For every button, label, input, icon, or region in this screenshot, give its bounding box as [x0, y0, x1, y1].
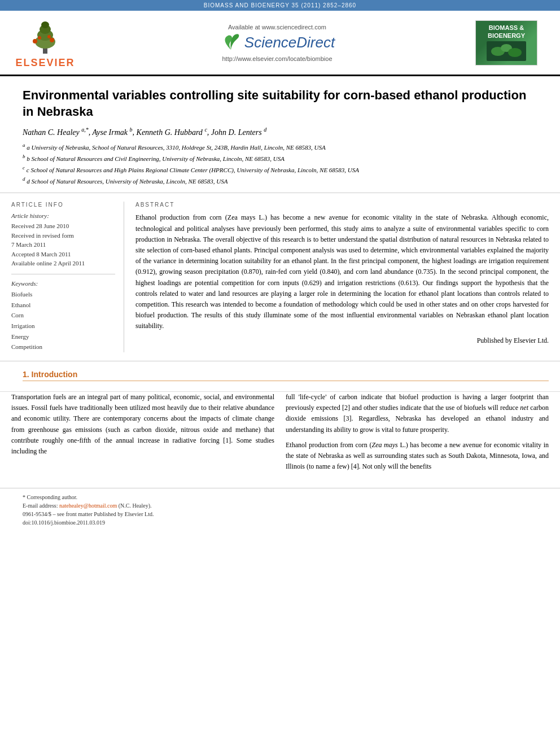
aff-sup-a: a	[23, 142, 25, 148]
email-address: natehealey@hotmail.com	[59, 503, 117, 509]
svg-point-12	[508, 48, 522, 57]
affiliation-b: b b School of Natural Resources and Civi…	[23, 153, 537, 163]
elsevier-wordmark: ELSEVIER	[15, 57, 75, 69]
author-sep1: , Ayse Irmak	[89, 128, 130, 137]
svg-point-7	[50, 38, 54, 42]
email-label: E-mail address:	[23, 503, 58, 509]
keyword-biofuels: Biofuels	[11, 289, 115, 300]
introduction-heading-section: 1. Introduction	[0, 361, 560, 392]
received-date: Received 28 June 2010	[11, 221, 115, 231]
authors-line: Nathan C. Healey a,*, Ayse Irmak b, Kenn…	[23, 126, 537, 137]
article-history-label: Article history:	[11, 212, 115, 219]
elsevier-logo-area: ELSEVIER	[11, 16, 79, 69]
corresponding-author-note: * Corresponding author.	[23, 493, 537, 501]
aff-text-b: b School of Natural Resources and Civil …	[27, 155, 285, 162]
author-sep2: , Kenneth G. Hubbard	[133, 128, 205, 137]
author-sup-a: a,*	[81, 126, 89, 133]
svg-point-6	[38, 36, 41, 40]
svg-point-5	[33, 39, 37, 43]
affiliation-c: c c School of Natural Resources and High…	[23, 164, 537, 174]
elsevier-logo: ELSEVIER	[11, 16, 79, 69]
aff-text-a: a University of Nebraska, School of Natu…	[27, 144, 326, 151]
doi-note: doi:10.1016/j.biombioe.2011.03.019	[23, 518, 537, 527]
journal-url: http://www.elsevier.com/locate/biombioe	[85, 55, 470, 62]
intro-right-text-2: Ethanol production from corn (Zea mays L…	[286, 440, 549, 473]
section-number: 1.	[23, 370, 29, 379]
accepted-date: Accepted 8 March 2011	[11, 250, 115, 259]
journal-cover-title: BIOMASS &BIOENERGY	[488, 24, 525, 39]
keyword-energy: Energy	[11, 331, 115, 342]
article-title-section: Environmental variables controlling site…	[0, 76, 560, 193]
article-info-abstract-section: ARTICLE INFO Article history: Received 2…	[0, 193, 560, 361]
email-note: E-mail address: natehealey@hotmail.com (…	[23, 501, 537, 510]
keyword-competition: Competition	[11, 342, 115, 352]
journal-cover-area: BIOMASS &BIOENERGY	[475, 20, 549, 65]
svg-point-4	[41, 21, 49, 28]
available-date: Available online 2 April 2011	[11, 259, 115, 268]
corresponding-label: * Corresponding author.	[23, 494, 77, 500]
section-title-text: Introduction	[32, 370, 78, 379]
issn-note: 0961-9534/$ – see front matter Published…	[23, 510, 537, 518]
journal-header-bar: BIOMASS AND BIOENERGY 35 (2011) 2852–286…	[0, 0, 560, 11]
keyword-corn: Corn	[11, 310, 115, 321]
revised-date: Received in revised form7 March 2011	[11, 231, 115, 250]
journal-citation: BIOMASS AND BIOENERGY 35 (2011) 2852–286…	[204, 2, 356, 8]
author-sep3: , John D. Lenters	[207, 128, 264, 137]
published-by: Published by Elsevier Ltd.	[135, 337, 549, 345]
keyword-irrigation: Irrigation	[11, 321, 115, 331]
author-sup-d: d	[264, 126, 266, 133]
abstract-text: Ethanol production from corn (Zea mays L…	[135, 212, 549, 331]
availability-text: Available at www.sciencedirect.com	[85, 24, 470, 30]
sciencedirect-logo: ScienceDirect	[85, 33, 470, 53]
article-title: Environmental variables controlling site…	[23, 88, 537, 120]
intro-right-text-1: full 'life-cycle' of carbon indicate tha…	[286, 392, 549, 435]
intro-left-text: Transportation fuels are an integral par…	[11, 392, 274, 457]
abstract-column: ABSTRACT Ethanol production from corn (Z…	[135, 202, 549, 352]
aff-sup-c: c	[23, 165, 25, 171]
journal-cover-image: BIOMASS &BIOENERGY	[475, 20, 537, 65]
sciencedirect-leaf-icon	[220, 33, 242, 53]
sciencedirect-branding: Available at www.sciencedirect.com Scien…	[85, 24, 470, 62]
email-suffix: (N.C. Healey).	[119, 503, 152, 509]
journal-cover-graphic	[487, 41, 526, 61]
article-info-label: ARTICLE INFO	[11, 202, 115, 208]
article-info-column: ARTICLE INFO Article history: Received 2…	[11, 202, 124, 352]
keyword-ethanol: Ethanol	[11, 300, 115, 311]
sciencedirect-text: ScienceDirect	[244, 34, 335, 51]
intro-left-column: Transportation fuels are an integral par…	[11, 392, 274, 477]
intro-section-title: 1. Introduction	[23, 370, 549, 381]
page-header: ELSEVIER Available at www.sciencedirect.…	[0, 11, 560, 76]
affiliation-a: a a University of Nebraska, School of Na…	[23, 142, 537, 152]
aff-sup-d: d	[23, 176, 25, 182]
affiliations: a a University of Nebraska, School of Na…	[23, 142, 537, 186]
divider	[11, 274, 115, 274]
keywords-label: Keywords:	[11, 280, 115, 287]
footnotes-section: * Corresponding author. E-mail address: …	[0, 488, 560, 531]
elsevier-tree-icon	[23, 16, 68, 56]
aff-text-c: c School of Natural Resources and High P…	[27, 167, 359, 173]
svg-point-8	[47, 35, 51, 38]
abstract-label: ABSTRACT	[135, 202, 549, 208]
author-name: Nathan C. Healey	[23, 128, 81, 137]
affiliation-d: d d School of Natural Resources, Univers…	[23, 176, 537, 186]
aff-text-d: d School of Natural Resources, Universit…	[27, 178, 228, 185]
introduction-body: Transportation fuels are an integral par…	[0, 392, 560, 488]
aff-sup-b: b	[23, 154, 25, 159]
intro-right-column: full 'life-cycle' of carbon indicate tha…	[286, 392, 549, 477]
